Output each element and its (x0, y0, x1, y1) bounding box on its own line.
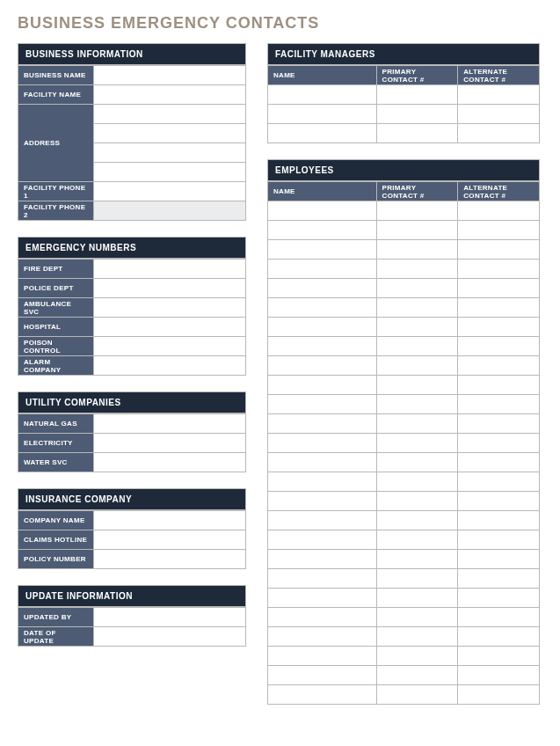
field-value[interactable] (94, 608, 246, 627)
name-cell[interactable] (268, 201, 377, 221)
primary-cell[interactable] (376, 356, 458, 376)
primary-cell[interactable] (376, 105, 458, 124)
alternate-cell[interactable] (458, 356, 540, 376)
field-value[interactable] (94, 356, 246, 376)
name-cell[interactable] (268, 318, 377, 337)
primary-cell[interactable] (376, 124, 458, 143)
alternate-cell[interactable] (458, 221, 540, 240)
field-value[interactable] (94, 550, 246, 569)
facility-name-field[interactable] (94, 85, 246, 105)
primary-cell[interactable] (376, 472, 458, 492)
alternate-cell[interactable] (458, 395, 540, 414)
primary-cell[interactable] (376, 260, 458, 279)
primary-cell[interactable] (376, 298, 458, 318)
name-cell[interactable] (268, 530, 377, 550)
alternate-cell[interactable] (458, 240, 540, 260)
alternate-cell[interactable] (458, 414, 540, 434)
primary-cell[interactable] (376, 666, 458, 685)
name-cell[interactable] (268, 666, 377, 685)
primary-cell[interactable] (376, 530, 458, 550)
alternate-cell[interactable] (458, 608, 540, 627)
field-value[interactable] (94, 453, 246, 472)
primary-cell[interactable] (376, 608, 458, 627)
field-value[interactable] (94, 298, 246, 318)
alternate-cell[interactable] (458, 627, 540, 647)
name-cell[interactable] (268, 453, 377, 472)
primary-cell[interactable] (376, 414, 458, 434)
primary-cell[interactable] (376, 453, 458, 472)
primary-cell[interactable] (376, 685, 458, 705)
primary-cell[interactable] (376, 337, 458, 356)
facility-phone-2-field[interactable] (94, 201, 246, 221)
address-field-3[interactable] (94, 143, 246, 163)
field-value[interactable] (94, 414, 246, 434)
primary-cell[interactable] (376, 221, 458, 240)
name-cell[interactable] (268, 376, 377, 395)
alternate-cell[interactable] (458, 492, 540, 511)
name-cell[interactable] (268, 85, 377, 105)
alternate-cell[interactable] (458, 434, 540, 453)
primary-cell[interactable] (376, 589, 458, 608)
name-cell[interactable] (268, 647, 377, 666)
field-value[interactable] (94, 511, 246, 530)
name-cell[interactable] (268, 627, 377, 647)
alternate-cell[interactable] (458, 550, 540, 569)
address-field-1[interactable] (94, 105, 246, 124)
primary-cell[interactable] (376, 376, 458, 395)
alternate-cell[interactable] (458, 260, 540, 279)
alternate-cell[interactable] (458, 105, 540, 124)
alternate-cell[interactable] (458, 124, 540, 143)
primary-cell[interactable] (376, 569, 458, 589)
alternate-cell[interactable] (458, 201, 540, 221)
field-value[interactable] (94, 337, 246, 356)
address-field-2[interactable] (94, 124, 246, 143)
name-cell[interactable] (268, 569, 377, 589)
alternate-cell[interactable] (458, 318, 540, 337)
primary-cell[interactable] (376, 647, 458, 666)
name-cell[interactable] (268, 279, 377, 298)
primary-cell[interactable] (376, 318, 458, 337)
name-cell[interactable] (268, 260, 377, 279)
alternate-cell[interactable] (458, 666, 540, 685)
primary-cell[interactable] (376, 395, 458, 414)
name-cell[interactable] (268, 511, 377, 530)
alternate-cell[interactable] (458, 298, 540, 318)
primary-cell[interactable] (376, 627, 458, 647)
name-cell[interactable] (268, 608, 377, 627)
name-cell[interactable] (268, 298, 377, 318)
alternate-cell[interactable] (458, 337, 540, 356)
primary-cell[interactable] (376, 434, 458, 453)
name-cell[interactable] (268, 685, 377, 705)
facility-phone-1-field[interactable] (94, 182, 246, 201)
name-cell[interactable] (268, 434, 377, 453)
field-value[interactable] (94, 627, 246, 647)
primary-cell[interactable] (376, 511, 458, 530)
primary-cell[interactable] (376, 201, 458, 221)
primary-cell[interactable] (376, 550, 458, 569)
alternate-cell[interactable] (458, 530, 540, 550)
field-value[interactable] (94, 318, 246, 337)
field-value[interactable] (94, 260, 246, 279)
field-value[interactable] (94, 530, 246, 550)
alternate-cell[interactable] (458, 376, 540, 395)
field-value[interactable] (94, 279, 246, 298)
primary-cell[interactable] (376, 85, 458, 105)
name-cell[interactable] (268, 124, 377, 143)
alternate-cell[interactable] (458, 589, 540, 608)
field-value[interactable] (94, 434, 246, 453)
name-cell[interactable] (268, 337, 377, 356)
alternate-cell[interactable] (458, 685, 540, 705)
alternate-cell[interactable] (458, 569, 540, 589)
business-name-field[interactable] (94, 66, 246, 85)
name-cell[interactable] (268, 105, 377, 124)
primary-cell[interactable] (376, 240, 458, 260)
alternate-cell[interactable] (458, 279, 540, 298)
name-cell[interactable] (268, 589, 377, 608)
name-cell[interactable] (268, 492, 377, 511)
alternate-cell[interactable] (458, 511, 540, 530)
name-cell[interactable] (268, 414, 377, 434)
name-cell[interactable] (268, 472, 377, 492)
alternate-cell[interactable] (458, 472, 540, 492)
name-cell[interactable] (268, 395, 377, 414)
alternate-cell[interactable] (458, 647, 540, 666)
